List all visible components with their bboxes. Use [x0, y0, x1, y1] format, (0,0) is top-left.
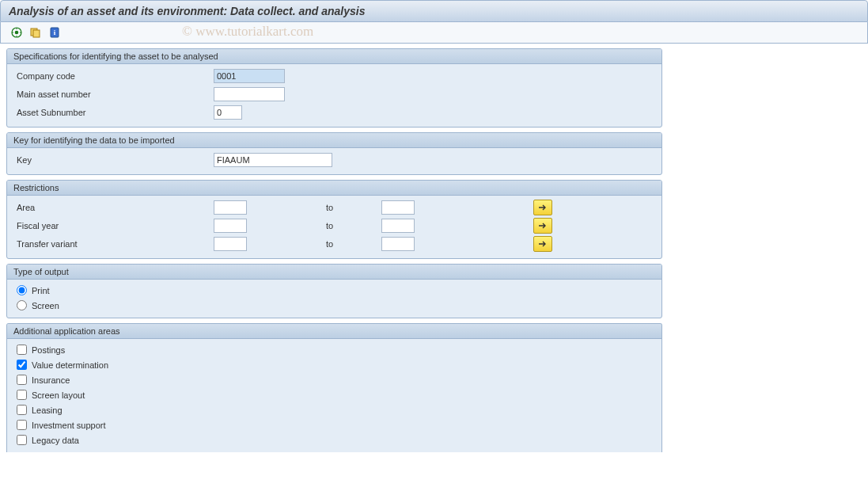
additional-item: Leasing — [12, 402, 657, 417]
window-title: Analysis of an asset and its environment… — [0, 0, 868, 22]
to-label-transfer: to — [326, 239, 381, 249]
main-asset-input[interactable] — [214, 87, 285, 101]
group-additional: Additional application areas PostingsVal… — [6, 323, 662, 452]
variant-icon[interactable] — [28, 25, 44, 40]
toolbar: i — [0, 22, 868, 44]
print-label: Print — [32, 286, 50, 295]
info-icon[interactable]: i — [47, 25, 63, 40]
window-title-text: Analysis of an asset and its environment… — [9, 5, 365, 17]
fiscal-from-input[interactable] — [214, 219, 247, 233]
screen-radio[interactable] — [17, 300, 27, 310]
fiscal-to-input[interactable] — [381, 219, 415, 233]
key-label: Key — [12, 155, 214, 165]
print-radio[interactable] — [17, 285, 27, 295]
to-label-fiscal: to — [326, 221, 381, 230]
group-title-additional: Additional application areas — [7, 324, 661, 339]
company-code-input[interactable] — [214, 69, 285, 83]
area-from-input[interactable] — [214, 200, 247, 215]
additional-label: Legacy data — [32, 436, 79, 445]
group-output: Type of output Print Screen — [6, 264, 662, 318]
area-to-input[interactable] — [381, 200, 415, 215]
area-label: Area — [12, 203, 214, 212]
area-range-button[interactable] — [533, 200, 552, 215]
group-restrictions: Restrictions Area to Fiscal year to — [6, 180, 662, 259]
transfer-to-input[interactable] — [381, 237, 415, 251]
group-title-spec: Specifications for identifying the asset… — [7, 49, 661, 64]
transfer-label: Transfer variant — [12, 239, 214, 249]
additional-label: Screen layout — [32, 390, 85, 400]
group-specifications: Specifications for identifying the asset… — [6, 48, 662, 128]
additional-label: Value determination — [32, 360, 108, 370]
additional-label: Investment support — [32, 421, 106, 430]
additional-item: Postings — [12, 342, 657, 357]
group-key: Key for identifying the data to be impor… — [6, 132, 662, 175]
additional-checkbox-1[interactable] — [17, 360, 27, 370]
company-code-label: Company code — [12, 71, 214, 81]
transfer-range-button[interactable] — [533, 236, 552, 252]
fiscal-label: Fiscal year — [12, 221, 214, 230]
group-title-key: Key for identifying the data to be impor… — [7, 133, 661, 148]
execute-icon[interactable] — [9, 25, 25, 40]
additional-checkbox-4[interactable] — [17, 405, 27, 415]
asset-sub-label: Asset Subnumber — [12, 108, 214, 117]
additional-checkbox-2[interactable] — [17, 375, 27, 385]
additional-item: Value determination — [12, 357, 657, 372]
additional-label: Insurance — [32, 375, 70, 385]
main-asset-label: Main asset number — [12, 89, 214, 99]
additional-item: Investment support — [12, 417, 657, 432]
additional-checkbox-6[interactable] — [17, 435, 27, 445]
fiscal-range-button[interactable] — [533, 218, 552, 234]
additional-item: Screen layout — [12, 387, 657, 402]
additional-item: Insurance — [12, 372, 657, 387]
screen-label: Screen — [32, 301, 59, 310]
additional-checkbox-5[interactable] — [17, 420, 27, 430]
key-input[interactable] — [214, 153, 332, 167]
asset-sub-input[interactable] — [214, 105, 242, 120]
to-label-area: to — [326, 203, 381, 212]
group-title-output: Type of output — [7, 265, 661, 280]
additional-label: Leasing — [32, 406, 63, 415]
additional-checkbox-3[interactable] — [17, 390, 27, 400]
content-area: Specifications for identifying the asset… — [0, 44, 669, 457]
svg-rect-7 — [33, 30, 40, 37]
transfer-from-input[interactable] — [214, 237, 247, 251]
additional-item: Legacy data — [12, 432, 657, 447]
group-title-restrictions: Restrictions — [7, 181, 661, 196]
additional-label: Postings — [32, 345, 65, 355]
svg-point-1 — [15, 31, 19, 35]
additional-checkbox-0[interactable] — [17, 345, 27, 355]
